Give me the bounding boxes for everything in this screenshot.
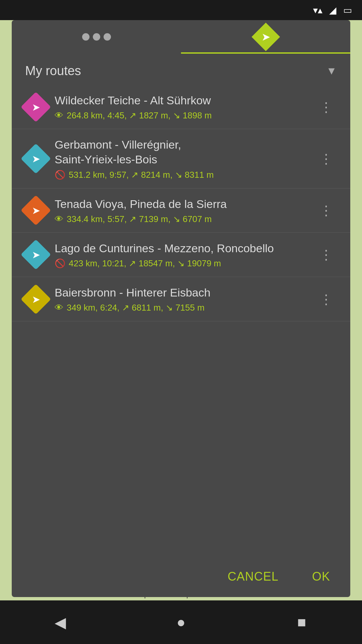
route-more-button-1[interactable]: ⋮ (316, 96, 337, 118)
back-icon: ◀ (55, 614, 66, 631)
routes-title: My routes (25, 64, 81, 78)
arrow-right-icon: ➤ (261, 31, 270, 43)
status-bar: ▾▴ ◢ ▭ (0, 0, 362, 20)
route-arrow-icon-4: ➤ (32, 249, 40, 261)
tab-routes[interactable]: ➤ (181, 27, 350, 54)
route-stats-3: 👁 334.4 km, 5:57, ↗ 7139 m, ↘ 6707 m (55, 214, 308, 224)
route-stats-4: 🚫 423 km, 10:21, ↗ 18547 m, ↘ 19079 m (55, 258, 308, 269)
routes-list: ➤ Wildecker Teiche - Alt Sührkow 👁 264.8… (12, 85, 350, 556)
list-item[interactable]: ➤ Baiersbronn - Hinterer Eisbach 👁 349 k… (12, 277, 350, 321)
route-stats-5: 👁 349 km, 6:24, ↗ 6811 m, ↘ 7155 m (55, 303, 308, 313)
list-item[interactable]: ➤ Wildecker Teiche - Alt Sührkow 👁 264.8… (12, 85, 350, 129)
route-arrow-icon-3: ➤ (32, 205, 40, 216)
cancel-button[interactable]: CANCEL (221, 566, 285, 587)
wifi-icon: ▾▴ (313, 5, 322, 16)
visibility-off-icon-2: 🚫 (55, 170, 65, 180)
route-stats-1: 👁 264.8 km, 4:45, ↗ 1827 m, ↘ 1898 m (55, 110, 308, 121)
route-more-button-2[interactable]: ⋮ (316, 148, 337, 170)
recent-icon: ■ (297, 614, 306, 631)
dot-1 (82, 33, 89, 41)
dot-3 (104, 33, 111, 41)
tab-bar: ➤ (12, 20, 350, 54)
home-button[interactable]: ● (168, 609, 194, 636)
route-more-button-3[interactable]: ⋮ (316, 199, 337, 221)
route-icon-5: ➤ (21, 284, 51, 314)
dropdown-icon[interactable]: ▼ (326, 65, 337, 77)
route-name-4: Lago de Cunturines - Mezzeno, Roncobello (55, 241, 308, 256)
route-stat-text-4: 423 km, 10:21, ↗ 18547 m, ↘ 19079 m (69, 258, 221, 269)
route-stats-2: 🚫 531.2 km, 9:57, ↗ 8214 m, ↘ 8311 m (55, 170, 308, 180)
route-name-1: Wildecker Teiche - Alt Sührkow (55, 93, 308, 108)
route-icon-4: ➤ (21, 239, 51, 270)
home-icon: ● (177, 614, 186, 631)
list-item[interactable]: ➤ Lago de Cunturines - Mezzeno, Roncobel… (12, 233, 350, 277)
route-icon-2: ➤ (21, 144, 51, 174)
visibility-on-icon-5: 👁 (55, 303, 63, 313)
recent-button[interactable]: ■ (288, 609, 315, 636)
route-name-2: Gerbamont - Villerégnier,Saint-Yrieix-le… (55, 137, 308, 167)
bottom-nav-bar: ◀ ● ■ (0, 600, 362, 644)
route-info-2: Gerbamont - Villerégnier,Saint-Yrieix-le… (55, 137, 308, 180)
route-arrow-icon-2: ➤ (32, 153, 40, 164)
routes-tab-icon: ➤ (251, 23, 280, 51)
route-more-button-5[interactable]: ⋮ (316, 288, 337, 310)
dot-2 (93, 33, 100, 41)
ok-button[interactable]: OK (305, 566, 337, 587)
routes-header: My routes ▼ (12, 54, 350, 85)
route-icon-1: ➤ (21, 92, 51, 122)
battery-icon: ▭ (343, 5, 352, 16)
visibility-on-icon-3: 👁 (55, 214, 63, 224)
route-info-3: Tenada Vioya, Pineda de la Sierra 👁 334.… (55, 197, 308, 224)
route-name-3: Tenada Vioya, Pineda de la Sierra (55, 197, 308, 211)
route-stat-text-5: 349 km, 6:24, ↗ 6811 m, ↘ 7155 m (67, 303, 204, 313)
route-stat-text-1: 264.8 km, 4:45, ↗ 1827 m, ↘ 1898 m (67, 110, 212, 121)
visibility-off-icon-4: 🚫 (55, 258, 65, 269)
route-info-4: Lago de Cunturines - Mezzeno, Roncobello… (55, 241, 308, 269)
back-button[interactable]: ◀ (47, 609, 74, 636)
route-info-1: Wildecker Teiche - Alt Sührkow 👁 264.8 k… (55, 93, 308, 121)
list-item[interactable]: ➤ Tenada Vioya, Pineda de la Sierra 👁 33… (12, 189, 350, 233)
dots-tab-icon (82, 33, 111, 41)
dialog-buttons: CANCEL OK (12, 556, 350, 597)
tab-dots[interactable] (12, 33, 181, 47)
visibility-on-icon-1: 👁 (55, 110, 63, 121)
route-stat-text-2: 531.2 km, 9:57, ↗ 8214 m, ↘ 8311 m (69, 170, 214, 180)
routes-dialog: ➤ My routes ▼ ➤ Wildecker Teiche - Alt S… (12, 20, 350, 597)
route-stat-text-3: 334.4 km, 5:57, ↗ 7139 m, ↘ 6707 m (67, 214, 212, 224)
route-arrow-icon-1: ➤ (32, 101, 40, 113)
route-info-5: Baiersbronn - Hinterer Eisbach 👁 349 km,… (55, 285, 308, 313)
list-item[interactable]: ➤ Gerbamont - Villerégnier,Saint-Yrieix-… (12, 129, 350, 188)
signal-icon: ◢ (329, 5, 337, 16)
route-name-5: Baiersbronn - Hinterer Eisbach (55, 285, 308, 300)
route-icon-3: ➤ (21, 195, 51, 226)
route-more-button-4[interactable]: ⋮ (316, 244, 337, 266)
route-arrow-icon-5: ➤ (32, 293, 40, 305)
